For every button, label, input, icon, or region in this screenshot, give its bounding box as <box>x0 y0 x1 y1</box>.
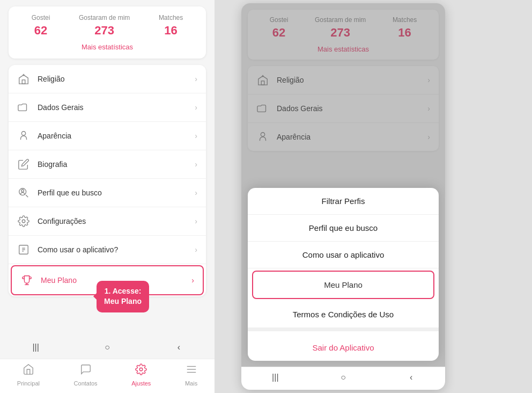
bottom-sheet: Filtrar Perfis Perfil que eu busco Como … <box>248 188 439 361</box>
person-icon <box>17 129 30 142</box>
stat-gostei: Gostei 62 <box>32 14 50 38</box>
settings-active-icon <box>135 363 147 378</box>
gostei-value: 62 <box>32 24 50 38</box>
menu-item-aparencia[interactable]: Aparência › <box>9 122 206 150</box>
help-icon <box>17 243 30 256</box>
bottom-nav-right: ||| ○ ‹ <box>241 367 445 390</box>
sheet-separator <box>248 328 439 331</box>
bottom-nav-left: Principal Contatos Ajustes Mais <box>0 359 215 393</box>
phone-right: Gostei 62 Gostaram de mim 273 Matches 16… <box>241 3 445 390</box>
menu-list-left: Religião › Dados Gerais › Aparência › Bi… <box>9 65 206 296</box>
menu-item-biografia[interactable]: Biografia › <box>9 150 206 179</box>
menu-item-perfil-busco[interactable]: Perfil que eu busco › <box>9 179 206 207</box>
religiao-label: Religião <box>38 75 195 83</box>
sys-back-btn[interactable]: ‹ <box>173 341 184 353</box>
sys-home-btn[interactable]: ○ <box>101 341 113 353</box>
gostei-label: Gostei <box>32 14 50 21</box>
nav-ajustes[interactable]: Ajustes <box>131 363 151 387</box>
church-icon <box>17 72 30 85</box>
menu-item-dados-gerais[interactable]: Dados Gerais › <box>9 93 206 122</box>
matches-value: 16 <box>159 24 183 38</box>
menu-item-como-usar[interactable]: Como usar o aplicativo? › <box>9 236 206 264</box>
gostaram-label: Gostaram de mim <box>79 14 130 21</box>
sys-menu-btn[interactable]: ||| <box>30 341 42 353</box>
chevron-icon: › <box>195 132 197 140</box>
stat-gostaram: Gostaram de mim 273 <box>79 14 130 38</box>
nav-mais-label: Mais <box>185 380 197 387</box>
svg-point-4 <box>22 220 25 223</box>
sheet-item-termos[interactable]: Termos e Condições de Uso <box>248 301 439 328</box>
search-person-icon <box>17 186 30 199</box>
sys-home-btn-right[interactable]: ○ <box>337 372 349 383</box>
sys-menu-btn-right[interactable]: ||| <box>269 372 281 383</box>
edit-icon <box>17 158 30 171</box>
perfil-busco-sheet-label: Perfil que eu busco <box>309 223 378 232</box>
sys-nav-left: ||| ○ ‹ <box>0 338 215 356</box>
callout-line2: Meu Plano <box>104 297 142 305</box>
nav-principal-label: Principal <box>17 380 40 387</box>
callout-bubble: 1. Acesse: Meu Plano <box>97 281 149 312</box>
como-usar-app-label: Como usar o aplicativo <box>302 250 385 259</box>
nav-contatos[interactable]: Contatos <box>74 363 98 387</box>
sheet-item-como-usar-app[interactable]: Como usar o aplicativo <box>248 242 439 268</box>
como-usar-label: Como usar o aplicativo? <box>38 245 195 254</box>
meu-plano-sheet-label: Meu Plano <box>324 280 363 289</box>
sheet-item-perfil-busco[interactable]: Perfil que eu busco <box>248 215 439 242</box>
chat-icon <box>80 363 92 378</box>
stat-matches: Matches 16 <box>159 14 183 38</box>
sheet-item-filtrar[interactable]: Filtrar Perfis <box>248 188 439 215</box>
chevron-icon: › <box>195 103 197 112</box>
stats-row: Gostei 62 Gostaram de mim 273 Matches 16 <box>17 14 197 38</box>
sair-label: Sair do Aplicativo <box>312 343 374 352</box>
menu-item-religiao[interactable]: Religião › <box>9 65 206 93</box>
trophy-icon <box>20 274 33 287</box>
nav-mais[interactable]: Mais <box>185 363 197 387</box>
stats-card-left: Gostei 62 Gostaram de mim 273 Matches 16… <box>9 6 206 59</box>
home-icon <box>23 363 34 378</box>
gostaram-value: 273 <box>79 24 130 38</box>
callout-line1: 1. Acesse: <box>105 287 142 295</box>
svg-point-1 <box>21 132 25 135</box>
biografia-label: Biografia <box>38 160 195 169</box>
menu-item-configuracoes[interactable]: Configurações › <box>9 207 206 236</box>
more-stats-left[interactable]: Mais estatísticas <box>17 43 197 51</box>
chevron-icon: › <box>195 188 197 197</box>
gear-icon <box>17 215 30 228</box>
svg-rect-0 <box>22 80 25 84</box>
configuracoes-label: Configurações <box>38 217 195 225</box>
svg-point-3 <box>21 190 24 192</box>
svg-point-9 <box>140 368 143 371</box>
folder-icon <box>17 101 30 114</box>
chevron-icon: › <box>195 245 197 254</box>
filtrar-label: Filtrar Perfis <box>322 196 365 206</box>
sheet-item-sair[interactable]: Sair do Aplicativo <box>248 334 439 361</box>
phone-left: Gostei 62 Gostaram de mim 273 Matches 16… <box>0 0 215 393</box>
chevron-icon: › <box>195 160 197 169</box>
nav-ajustes-label: Ajustes <box>131 380 151 387</box>
perfil-busco-label: Perfil que eu busco <box>38 188 195 197</box>
chevron-icon: › <box>191 276 194 285</box>
termos-label: Termos e Condições de Uso <box>293 310 394 319</box>
aparencia-label: Aparência <box>38 132 195 140</box>
menu-icon <box>186 363 197 378</box>
nav-principal[interactable]: Principal <box>17 363 40 387</box>
chevron-icon: › <box>195 75 197 83</box>
sys-back-btn-right[interactable]: ‹ <box>405 372 417 383</box>
nav-contatos-label: Contatos <box>74 380 98 387</box>
dados-gerais-label: Dados Gerais <box>38 103 195 112</box>
chevron-icon: › <box>195 217 197 225</box>
matches-label: Matches <box>159 14 183 21</box>
sheet-item-meu-plano[interactable]: Meu Plano <box>252 271 434 299</box>
